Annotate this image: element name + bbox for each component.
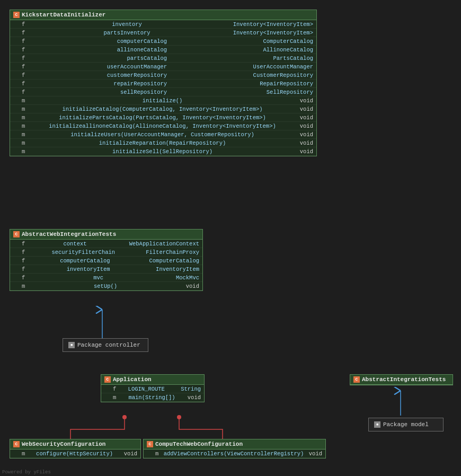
method-icon-main: m (113, 394, 116, 401)
package-label-model: Package model (383, 421, 429, 428)
class-name-kickstart: KickstartDataInitializer (22, 12, 105, 18)
method-icon-setup: m (22, 283, 25, 289)
package-label-controller: Package controller (77, 342, 140, 348)
field-context: f context WebApplicationContext (10, 240, 202, 248)
field-icon-computercatalog: f (22, 38, 25, 45)
class-icon-abstractintegration: C (353, 376, 360, 383)
field-icon-securityfilterchain: f (22, 249, 25, 255)
field-computercatalog: f computerCatalog ComputerCatalog (10, 37, 316, 46)
field-icon-partsinventory: f (22, 30, 25, 36)
method-initializesell: m initializeSell(SellRepository) void (10, 147, 316, 156)
field-icon-login-route: f (113, 386, 116, 392)
class-name-websecurity: WebSecurityConfiguration (22, 441, 105, 447)
class-icon-abstractweb: C (13, 231, 20, 237)
method-setup: m setUp() void (10, 282, 202, 290)
method-icon-addviewcontrollers: m (155, 451, 158, 457)
computech-web-configuration-class: C CompuTechWebConfiguration m addViewCon… (143, 439, 326, 459)
field-icon-partscatalog: f (22, 55, 25, 61)
method-initializeallinonecatalog: m initializeallinoneCatalog(AllinoneCata… (10, 122, 316, 130)
field-icon-inventory: f (22, 21, 25, 28)
class-icon-application: C (104, 376, 111, 383)
abstract-integration-tests-class: C AbstractIntegrationTests (350, 374, 453, 385)
class-name-computech: CompuTechWebConfiguration (155, 441, 243, 447)
svg-point-2 (122, 415, 127, 419)
method-addviewcontrollers: m addViewControllers(ViewControllerRegis… (144, 449, 325, 458)
method-icon-initializepartscatalog: m (22, 114, 25, 121)
field-partscatalog: f partsCatalog PartsCatalog (10, 54, 316, 63)
package-icon-controller: ■ (68, 342, 75, 348)
field-inventory: f inventory Inventory<InventoryItem> (10, 20, 316, 29)
field-partsinventory: f partsInventory Inventory<InventoryItem… (10, 29, 316, 37)
abstract-web-integration-tests-class: C AbstractWebIntegrationTests f context … (10, 229, 203, 291)
field-icon-inventoryitem: f (22, 266, 25, 272)
method-initializepartscatalog: m initializePartsCatalog(PartsCatalog, I… (10, 113, 316, 122)
field-allinonecatalog: f allinoneCatalog AllinoneCatalog (10, 46, 316, 54)
package-model: ■ Package model (368, 418, 444, 431)
field-securityfilterchain: f securityFilterChain FilterChainProxy (10, 248, 202, 257)
field-inventoryitem: f inventoryItem InventoryItem (10, 265, 202, 274)
method-icon-initializeusers: m (22, 131, 25, 138)
method-configurehttpsecurity: m configure(HttpSecurity) void (10, 449, 140, 458)
class-header-websecurity: C WebSecurityConfiguration (10, 439, 140, 449)
method-icon-configurehttpsecurity: m (22, 451, 25, 457)
field-icon-sellrepository: f (22, 89, 25, 95)
svg-point-3 (177, 415, 181, 419)
class-name-abstractintegration: AbstractIntegrationTests (362, 376, 446, 383)
field-repairrepository: f repairRepository RepairRepository (10, 80, 316, 88)
method-initialize: m initialize() void (10, 96, 316, 105)
method-icon-initializeallinonecatalog: m (22, 123, 25, 129)
field-useraccountmanager: f userAccountManager UserAccountManager (10, 63, 316, 71)
field-icon-context: f (22, 241, 25, 247)
field-icon-computercatalog-web: f (22, 258, 25, 264)
method-initializecatalog: m initializeCatalog(ComputerCatalog, Inv… (10, 105, 316, 113)
class-icon-kickstart: C (13, 12, 20, 18)
class-header-kickstart: C KickstartDataInitializer (10, 10, 316, 20)
field-icon-allinonecatalog: f (22, 47, 25, 53)
field-computercatalog-web: f computerCatalog ComputerCatalog (10, 257, 202, 265)
package-icon-model: ■ (374, 421, 380, 428)
method-icon-initializereparation: m (22, 140, 25, 146)
footer-text: Powered by yFiles (2, 470, 51, 475)
field-icon-useraccountmanager: f (22, 64, 25, 70)
class-header-computech: C CompuTechWebConfiguration (144, 439, 325, 449)
class-header-abstractintegration: C AbstractIntegrationTests (350, 375, 453, 385)
field-icon-customerrepository: f (22, 72, 25, 78)
class-icon-computech: C (147, 441, 153, 447)
package-controller: ■ Package controller (63, 338, 148, 352)
field-customerrepository: f customerRepository CustomerRepository (10, 71, 316, 80)
class-name-abstractweb: AbstractWebIntegrationTests (22, 231, 116, 237)
method-main: m main(String[]) void (101, 393, 204, 402)
class-header-application: C Application (101, 375, 204, 385)
application-class: C Application f LOGIN_ROUTE String m mai… (101, 374, 205, 402)
field-mvc: f mvc MockMvc (10, 274, 202, 282)
kickstart-data-initializer-class: C KickstartDataInitializer f inventory I… (10, 10, 317, 156)
field-icon-mvc: f (22, 275, 25, 281)
class-header-abstractweb: C AbstractWebIntegrationTests (10, 230, 202, 240)
class-icon-websecurity: C (13, 441, 20, 447)
websecurity-configuration-class: C WebSecurityConfiguration m configure(H… (10, 439, 141, 459)
method-initializereparation: m initializeReparation(RepairRepository)… (10, 139, 316, 147)
field-icon-repairrepository: f (22, 81, 25, 87)
method-icon-initializesell: m (22, 148, 25, 155)
method-icon-initialize: m (22, 98, 25, 104)
method-icon-initializecatalog: m (22, 106, 25, 112)
method-initializeusers: m initializeUsers(UserAccountManager, Cu… (10, 130, 316, 139)
field-sellrepository: f sellRepository SellRepository (10, 88, 316, 96)
class-name-application: Application (113, 376, 152, 383)
field-login-route: f LOGIN_ROUTE String (101, 385, 204, 393)
